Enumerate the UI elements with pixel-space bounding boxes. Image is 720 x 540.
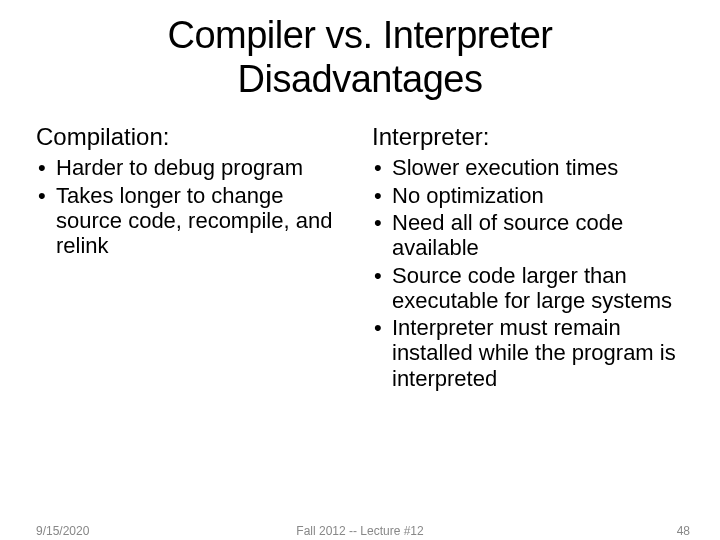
title-line-2: Disadvantages <box>238 58 483 100</box>
list-item: Slower execution times <box>372 155 684 180</box>
interpreter-heading: Interpreter: <box>372 123 684 151</box>
columns: Compilation: Harder to debug program Tak… <box>36 123 684 393</box>
slide-title: Compiler vs. Interpreter Disadvantages <box>36 14 684 101</box>
footer-page-number: 48 <box>677 524 690 538</box>
left-column: Compilation: Harder to debug program Tak… <box>36 123 348 393</box>
list-item: Source code larger than executable for l… <box>372 263 684 314</box>
compilation-heading: Compilation: <box>36 123 348 151</box>
title-line-1: Compiler vs. Interpreter <box>167 14 552 56</box>
footer-lecture: Fall 2012 -- Lecture #12 <box>0 524 720 538</box>
interpreter-list: Slower execution times No optimization N… <box>372 155 684 391</box>
slide: Compiler vs. Interpreter Disadvantages C… <box>0 0 720 540</box>
right-column: Interpreter: Slower execution times No o… <box>372 123 684 393</box>
compilation-list: Harder to debug program Takes longer to … <box>36 155 348 258</box>
list-item: Takes longer to change source code, reco… <box>36 183 348 259</box>
list-item: Need all of source code available <box>372 210 684 261</box>
list-item: No optimization <box>372 183 684 208</box>
list-item: Interpreter must remain installed while … <box>372 315 684 391</box>
list-item: Harder to debug program <box>36 155 348 180</box>
